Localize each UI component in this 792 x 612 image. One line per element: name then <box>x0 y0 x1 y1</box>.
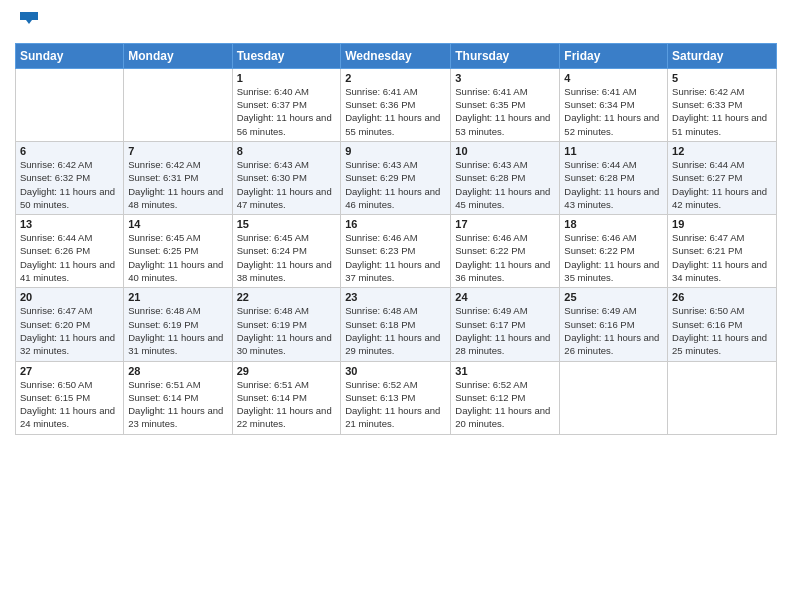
day-number: 20 <box>20 291 119 303</box>
day-info: Sunrise: 6:46 AMSunset: 6:22 PMDaylight:… <box>564 231 663 284</box>
day-number: 22 <box>237 291 337 303</box>
day-info: Sunrise: 6:50 AMSunset: 6:16 PMDaylight:… <box>672 304 772 357</box>
day-info: Sunrise: 6:47 AMSunset: 6:21 PMDaylight:… <box>672 231 772 284</box>
header <box>15 10 777 33</box>
day-number: 12 <box>672 145 772 157</box>
day-number: 19 <box>672 218 772 230</box>
calendar-cell: 23Sunrise: 6:48 AMSunset: 6:18 PMDayligh… <box>341 288 451 361</box>
calendar-cell: 22Sunrise: 6:48 AMSunset: 6:19 PMDayligh… <box>232 288 341 361</box>
day-info: Sunrise: 6:44 AMSunset: 6:27 PMDaylight:… <box>672 158 772 211</box>
calendar-cell: 12Sunrise: 6:44 AMSunset: 6:27 PMDayligh… <box>668 141 777 214</box>
day-number: 18 <box>564 218 663 230</box>
page: SundayMondayTuesdayWednesdayThursdayFrid… <box>0 0 792 612</box>
day-number: 9 <box>345 145 446 157</box>
day-info: Sunrise: 6:48 AMSunset: 6:19 PMDaylight:… <box>237 304 337 357</box>
day-number: 15 <box>237 218 337 230</box>
calendar-cell <box>668 361 777 434</box>
day-info: Sunrise: 6:41 AMSunset: 6:34 PMDaylight:… <box>564 85 663 138</box>
day-number: 7 <box>128 145 227 157</box>
day-info: Sunrise: 6:41 AMSunset: 6:35 PMDaylight:… <box>455 85 555 138</box>
day-number: 21 <box>128 291 227 303</box>
day-info: Sunrise: 6:43 AMSunset: 6:30 PMDaylight:… <box>237 158 337 211</box>
day-info: Sunrise: 6:41 AMSunset: 6:36 PMDaylight:… <box>345 85 446 138</box>
calendar-cell: 26Sunrise: 6:50 AMSunset: 6:16 PMDayligh… <box>668 288 777 361</box>
day-number: 25 <box>564 291 663 303</box>
day-info: Sunrise: 6:47 AMSunset: 6:20 PMDaylight:… <box>20 304 119 357</box>
calendar-cell: 25Sunrise: 6:49 AMSunset: 6:16 PMDayligh… <box>560 288 668 361</box>
calendar-header-row: SundayMondayTuesdayWednesdayThursdayFrid… <box>16 43 777 68</box>
day-info: Sunrise: 6:46 AMSunset: 6:22 PMDaylight:… <box>455 231 555 284</box>
day-number: 4 <box>564 72 663 84</box>
day-info: Sunrise: 6:44 AMSunset: 6:26 PMDaylight:… <box>20 231 119 284</box>
calendar-cell: 21Sunrise: 6:48 AMSunset: 6:19 PMDayligh… <box>124 288 232 361</box>
day-number: 6 <box>20 145 119 157</box>
day-info: Sunrise: 6:49 AMSunset: 6:17 PMDaylight:… <box>455 304 555 357</box>
calendar-cell: 28Sunrise: 6:51 AMSunset: 6:14 PMDayligh… <box>124 361 232 434</box>
day-info: Sunrise: 6:42 AMSunset: 6:33 PMDaylight:… <box>672 85 772 138</box>
day-info: Sunrise: 6:44 AMSunset: 6:28 PMDaylight:… <box>564 158 663 211</box>
day-number: 5 <box>672 72 772 84</box>
calendar-week-row: 27Sunrise: 6:50 AMSunset: 6:15 PMDayligh… <box>16 361 777 434</box>
calendar-cell <box>16 68 124 141</box>
logo-flag-icon <box>18 10 40 33</box>
calendar-week-row: 1Sunrise: 6:40 AMSunset: 6:37 PMDaylight… <box>16 68 777 141</box>
day-info: Sunrise: 6:43 AMSunset: 6:29 PMDaylight:… <box>345 158 446 211</box>
day-number: 30 <box>345 365 446 377</box>
calendar-header-day: Sunday <box>16 43 124 68</box>
day-info: Sunrise: 6:49 AMSunset: 6:16 PMDaylight:… <box>564 304 663 357</box>
calendar-cell: 4Sunrise: 6:41 AMSunset: 6:34 PMDaylight… <box>560 68 668 141</box>
day-number: 31 <box>455 365 555 377</box>
day-info: Sunrise: 6:42 AMSunset: 6:32 PMDaylight:… <box>20 158 119 211</box>
day-number: 16 <box>345 218 446 230</box>
calendar-cell: 9Sunrise: 6:43 AMSunset: 6:29 PMDaylight… <box>341 141 451 214</box>
calendar-cell: 15Sunrise: 6:45 AMSunset: 6:24 PMDayligh… <box>232 215 341 288</box>
calendar-cell: 14Sunrise: 6:45 AMSunset: 6:25 PMDayligh… <box>124 215 232 288</box>
day-number: 11 <box>564 145 663 157</box>
calendar-header-day: Thursday <box>451 43 560 68</box>
day-info: Sunrise: 6:51 AMSunset: 6:14 PMDaylight:… <box>237 378 337 431</box>
day-number: 27 <box>20 365 119 377</box>
day-info: Sunrise: 6:51 AMSunset: 6:14 PMDaylight:… <box>128 378 227 431</box>
calendar-cell: 8Sunrise: 6:43 AMSunset: 6:30 PMDaylight… <box>232 141 341 214</box>
day-info: Sunrise: 6:42 AMSunset: 6:31 PMDaylight:… <box>128 158 227 211</box>
day-number: 29 <box>237 365 337 377</box>
day-number: 17 <box>455 218 555 230</box>
calendar-cell: 6Sunrise: 6:42 AMSunset: 6:32 PMDaylight… <box>16 141 124 214</box>
calendar-cell: 3Sunrise: 6:41 AMSunset: 6:35 PMDaylight… <box>451 68 560 141</box>
calendar-cell: 16Sunrise: 6:46 AMSunset: 6:23 PMDayligh… <box>341 215 451 288</box>
day-info: Sunrise: 6:48 AMSunset: 6:19 PMDaylight:… <box>128 304 227 357</box>
calendar-cell: 19Sunrise: 6:47 AMSunset: 6:21 PMDayligh… <box>668 215 777 288</box>
calendar-cell: 29Sunrise: 6:51 AMSunset: 6:14 PMDayligh… <box>232 361 341 434</box>
calendar-cell: 17Sunrise: 6:46 AMSunset: 6:22 PMDayligh… <box>451 215 560 288</box>
day-number: 2 <box>345 72 446 84</box>
calendar-header-day: Friday <box>560 43 668 68</box>
day-info: Sunrise: 6:52 AMSunset: 6:13 PMDaylight:… <box>345 378 446 431</box>
day-info: Sunrise: 6:50 AMSunset: 6:15 PMDaylight:… <box>20 378 119 431</box>
day-number: 14 <box>128 218 227 230</box>
calendar: SundayMondayTuesdayWednesdayThursdayFrid… <box>15 43 777 435</box>
calendar-cell: 10Sunrise: 6:43 AMSunset: 6:28 PMDayligh… <box>451 141 560 214</box>
calendar-header-day: Monday <box>124 43 232 68</box>
calendar-cell: 11Sunrise: 6:44 AMSunset: 6:28 PMDayligh… <box>560 141 668 214</box>
day-number: 3 <box>455 72 555 84</box>
day-info: Sunrise: 6:52 AMSunset: 6:12 PMDaylight:… <box>455 378 555 431</box>
calendar-cell: 5Sunrise: 6:42 AMSunset: 6:33 PMDaylight… <box>668 68 777 141</box>
logo <box>15 10 40 33</box>
calendar-header-day: Tuesday <box>232 43 341 68</box>
day-number: 1 <box>237 72 337 84</box>
day-number: 28 <box>128 365 227 377</box>
calendar-week-row: 6Sunrise: 6:42 AMSunset: 6:32 PMDaylight… <box>16 141 777 214</box>
calendar-cell: 31Sunrise: 6:52 AMSunset: 6:12 PMDayligh… <box>451 361 560 434</box>
day-info: Sunrise: 6:46 AMSunset: 6:23 PMDaylight:… <box>345 231 446 284</box>
day-info: Sunrise: 6:40 AMSunset: 6:37 PMDaylight:… <box>237 85 337 138</box>
day-info: Sunrise: 6:48 AMSunset: 6:18 PMDaylight:… <box>345 304 446 357</box>
calendar-cell: 2Sunrise: 6:41 AMSunset: 6:36 PMDaylight… <box>341 68 451 141</box>
calendar-header-day: Wednesday <box>341 43 451 68</box>
day-info: Sunrise: 6:43 AMSunset: 6:28 PMDaylight:… <box>455 158 555 211</box>
calendar-cell: 20Sunrise: 6:47 AMSunset: 6:20 PMDayligh… <box>16 288 124 361</box>
calendar-week-row: 20Sunrise: 6:47 AMSunset: 6:20 PMDayligh… <box>16 288 777 361</box>
calendar-cell: 30Sunrise: 6:52 AMSunset: 6:13 PMDayligh… <box>341 361 451 434</box>
calendar-header-day: Saturday <box>668 43 777 68</box>
calendar-cell: 7Sunrise: 6:42 AMSunset: 6:31 PMDaylight… <box>124 141 232 214</box>
calendar-cell: 13Sunrise: 6:44 AMSunset: 6:26 PMDayligh… <box>16 215 124 288</box>
